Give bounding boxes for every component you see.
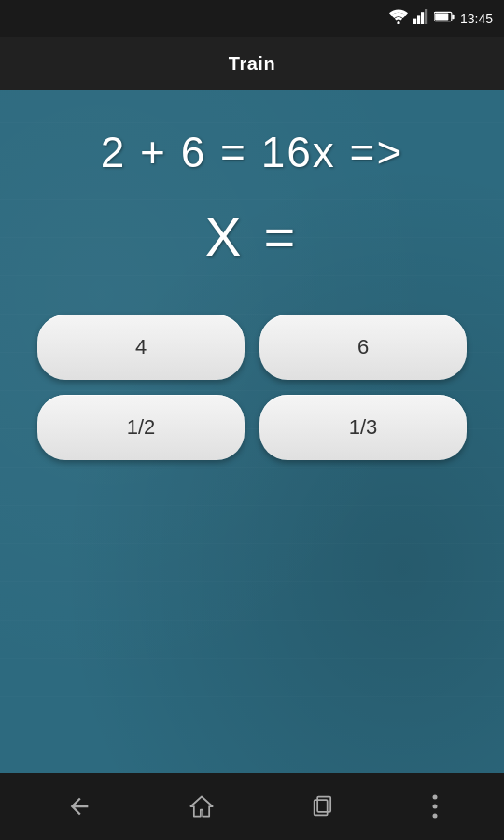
svg-rect-4 <box>425 9 427 24</box>
status-bar: 13:45 <box>0 0 504 37</box>
answer-button-3[interactable]: 1/2 <box>37 395 245 460</box>
main-content: 2 + 6 = 16x => X = 4 6 1/2 1/3 <box>0 90 504 773</box>
x-equals-display: X = <box>205 205 300 268</box>
recents-button[interactable] <box>291 784 355 829</box>
bottom-nav <box>0 773 504 840</box>
svg-point-12 <box>432 814 437 819</box>
svg-point-11 <box>432 805 437 809</box>
svg-rect-7 <box>452 15 454 20</box>
equation-display: 2 + 6 = 16x => <box>101 127 404 177</box>
signal-icon <box>413 9 428 28</box>
answers-grid: 4 6 1/2 1/3 <box>37 315 467 460</box>
answer-button-2[interactable]: 6 <box>259 315 467 380</box>
svg-rect-6 <box>435 13 448 20</box>
svg-point-0 <box>397 21 399 24</box>
status-icons: 13:45 <box>389 9 493 28</box>
screen-title: Train <box>229 53 275 75</box>
answer-button-4[interactable]: 1/3 <box>259 395 467 460</box>
wifi-icon <box>389 9 408 28</box>
svg-rect-9 <box>317 797 330 812</box>
svg-rect-8 <box>315 800 328 815</box>
svg-rect-2 <box>417 15 420 24</box>
back-button[interactable] <box>48 784 111 829</box>
battery-icon <box>434 10 455 27</box>
time-display: 13:45 <box>460 11 493 26</box>
menu-button[interactable] <box>413 784 456 829</box>
answer-button-1[interactable]: 4 <box>37 315 245 380</box>
svg-point-10 <box>432 795 437 800</box>
svg-rect-1 <box>413 19 416 24</box>
home-button[interactable] <box>170 784 233 829</box>
top-bar: Train <box>0 37 504 90</box>
svg-rect-3 <box>421 12 424 24</box>
